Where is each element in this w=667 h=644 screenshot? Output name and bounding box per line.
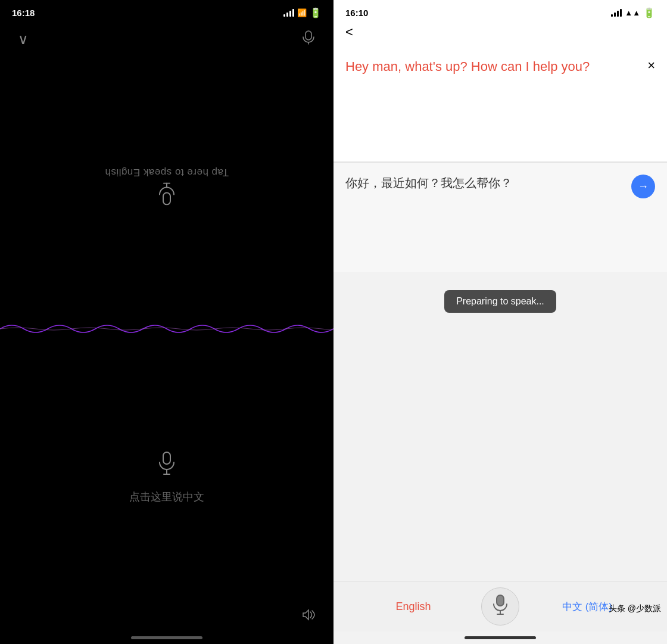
volume-icon[interactable]: [301, 609, 316, 624]
nav-bar: <: [334, 18, 667, 46]
english-translation-block: Hey man, what's up? How can I help you? …: [334, 46, 667, 162]
preparing-container: Preparing to speak...: [334, 272, 667, 319]
mic-center-icon: [492, 595, 509, 619]
right-panel: 16:10 ▲▲ 🔋 < Hey man, what's up? How can…: [334, 0, 667, 644]
left-top-icons: ∨: [0, 18, 334, 48]
status-icons-right: ▲▲ 🔋: [611, 7, 655, 18]
english-section[interactable]: Tap here to speak English: [0, 48, 334, 311]
status-bar-left: 16:18 📶 🔋: [0, 0, 334, 18]
chinese-translated-text: 你好，最近如何？我怎么帮你？: [345, 175, 631, 191]
status-icons-left: 📶 🔋: [283, 7, 322, 18]
chevron-down-icon[interactable]: ∨: [18, 31, 29, 48]
preparing-tooltip: Preparing to speak...: [444, 290, 556, 313]
play-arrow-button[interactable]: →: [631, 175, 655, 198]
wifi-icon-right: ▲▲: [625, 8, 640, 17]
battery-icon-left: 🔋: [310, 7, 322, 18]
waveform: [0, 311, 334, 347]
left-bottom-bar: [0, 609, 334, 636]
home-indicator-left: [131, 636, 202, 639]
translation-area: Hey man, what's up? How can I help you? …: [334, 46, 667, 272]
chinese-section[interactable]: 点击这里说中文: [0, 347, 334, 609]
arrow-right-icon: →: [638, 181, 649, 193]
time-right: 16:10: [345, 8, 368, 18]
watermark: 头条 @少数派: [609, 603, 661, 614]
tap-text-chinese: 点击这里说中文: [129, 490, 204, 504]
signal-icon-right: [611, 9, 622, 17]
wifi-icon-left: 📶: [297, 8, 307, 17]
center-mic-button[interactable]: [481, 587, 519, 626]
battery-icon-right: 🔋: [643, 7, 655, 18]
tap-text-english: Tap here to speak English: [105, 166, 229, 178]
chinese-translation-block: 你好，最近如何？我怎么帮你？ →: [334, 163, 667, 272]
left-panel: 16:18 📶 🔋 ∨: [0, 0, 334, 644]
english-translated-text: Hey man, what's up? How can I help you?: [345, 58, 641, 76]
mic-icon-chinese[interactable]: [157, 452, 176, 480]
svg-rect-1: [163, 192, 170, 204]
voice-alt-icon[interactable]: [301, 30, 316, 48]
back-button[interactable]: <: [345, 24, 353, 40]
signal-icon-left: [283, 9, 294, 17]
time-left: 16:18: [12, 8, 35, 18]
english-language-button[interactable]: English: [345, 596, 481, 618]
home-indicator-right: [465, 636, 536, 639]
mic-icon-english[interactable]: [158, 178, 176, 205]
svg-rect-7: [497, 595, 504, 606]
status-bar-right: 16:10 ▲▲ 🔋: [334, 0, 667, 18]
close-button[interactable]: ×: [647, 58, 655, 73]
svg-rect-4: [163, 452, 170, 464]
